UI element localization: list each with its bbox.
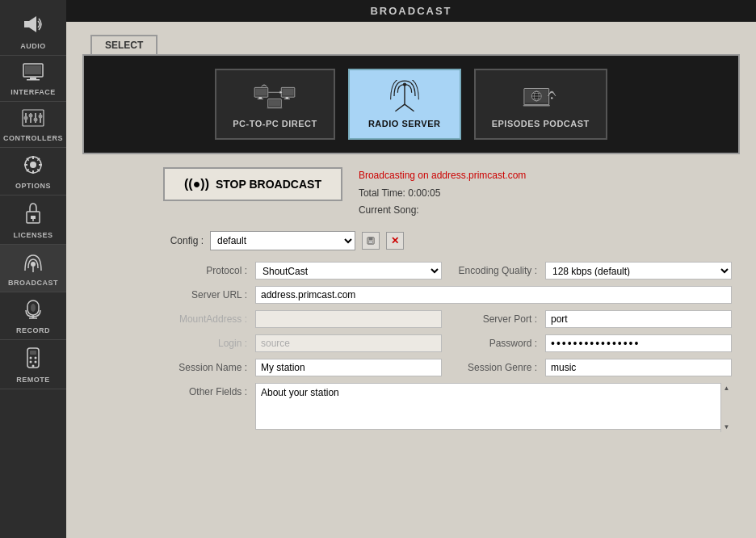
select-tab: SELECT <box>90 35 158 54</box>
pc-direct-icon <box>254 80 296 112</box>
radio-server-icon <box>384 80 426 112</box>
svg-rect-68 <box>369 237 373 240</box>
sidebar-item-label-audio: AUDIO <box>20 42 46 50</box>
sidebar-item-licenses[interactable]: LICENSES <box>0 195 66 245</box>
other-fields-row: Other Fields : About your station ▲ ▼ <box>131 383 732 432</box>
broadcast-option-episodes-podcast[interactable]: EPISODES PODCAST <box>474 69 607 140</box>
sidebar-item-label-remote: REMOTE <box>16 376 50 384</box>
svg-point-38 <box>30 361 32 364</box>
session-name-input[interactable] <box>255 359 442 376</box>
svg-point-40 <box>32 365 35 368</box>
sidebar: AUDIO INTERFACE <box>0 0 66 538</box>
status-time: Total Time: 0:00:05 <box>359 185 526 203</box>
broadcast-option-pc-direct[interactable]: PC-TO-PC DIRECT <box>215 69 334 140</box>
svg-point-36 <box>30 357 32 359</box>
config-save-button[interactable] <box>362 232 380 250</box>
mount-input <box>255 310 442 328</box>
svg-point-33 <box>31 304 36 312</box>
password-label: Password : <box>445 338 542 349</box>
save-icon <box>367 236 375 246</box>
broadcast-controls: ((●)) STOP BROADCAST Broadcasting on add… <box>163 167 740 220</box>
svg-point-57 <box>403 82 406 86</box>
svg-point-66 <box>551 97 552 99</box>
radio-server-label: RADIO SERVER <box>368 119 441 128</box>
protocol-select[interactable]: ShoutCast IceCast <box>255 262 442 280</box>
session-genre-label: Session Genre : <box>445 362 542 373</box>
svg-rect-35 <box>30 351 36 355</box>
sidebar-item-label-controllers: CONTROLLERS <box>3 134 63 142</box>
episodes-podcast-label: EPISODES PODCAST <box>492 119 590 128</box>
sidebar-item-label-broadcast: BROADCAST <box>8 279 58 287</box>
episodes-podcast-icon <box>519 80 561 112</box>
pc-direct-label: PC-TO-PC DIRECT <box>233 119 317 128</box>
other-fields-textarea[interactable]: About your station <box>255 383 732 430</box>
controllers-icon <box>22 108 44 131</box>
password-input[interactable] <box>545 334 732 352</box>
login-input <box>255 334 442 352</box>
encoding-select[interactable]: 128 kbps (default) 64 kbps 192 kbps 320 … <box>545 262 732 280</box>
scroll-down-arrow[interactable]: ▼ <box>724 423 730 431</box>
server-port-input[interactable] <box>545 310 732 328</box>
remote-icon <box>26 347 40 372</box>
sidebar-item-label-licenses: LICENSES <box>13 231 52 239</box>
svg-point-37 <box>35 357 37 359</box>
sidebar-item-options[interactable]: OPTIONS <box>0 148 66 195</box>
sidebar-item-label-options: OPTIONS <box>15 182 51 190</box>
options-icon <box>23 154 44 179</box>
svg-rect-52 <box>269 100 280 107</box>
svg-rect-42 <box>256 89 267 96</box>
svg-point-10 <box>29 114 33 118</box>
svg-rect-3 <box>25 65 41 74</box>
stop-broadcast-button[interactable]: ((●)) STOP BROADCAST <box>163 167 342 201</box>
encoding-field-wrapper: 128 kbps (default) 64 kbps 192 kbps 320 … <box>545 262 732 280</box>
login-label: Login : <box>131 338 252 349</box>
main-area: BROADCAST SELECT <box>66 0 756 538</box>
content-area: SELECT <box>66 22 756 538</box>
sidebar-item-interface[interactable]: INTERFACE <box>0 56 66 102</box>
svg-rect-44 <box>258 99 263 99</box>
config-delete-button[interactable]: ✕ <box>386 232 404 250</box>
svg-point-16 <box>30 162 36 168</box>
protocol-field-wrapper: ShoutCast IceCast <box>255 262 442 280</box>
stop-broadcast-label: STOP BROADCAST <box>216 178 321 191</box>
svg-rect-48 <box>284 99 290 99</box>
form-grid: Protocol : ShoutCast IceCast Encoding Qu… <box>131 262 732 376</box>
title-bar: BROADCAST <box>66 0 756 22</box>
select-tab-label: SELECT <box>82 35 740 54</box>
stop-broadcast-wave-icon: ((●)) <box>184 177 209 191</box>
sidebar-item-remote[interactable]: REMOTE <box>0 340 66 389</box>
svg-rect-0 <box>24 21 29 27</box>
textarea-scrollbar[interactable]: ▲ ▼ <box>720 383 732 432</box>
session-name-label: Session Name : <box>131 362 252 373</box>
svg-rect-26 <box>31 216 36 219</box>
svg-rect-53 <box>267 107 283 108</box>
svg-rect-65 <box>523 105 550 107</box>
svg-rect-47 <box>286 97 289 99</box>
svg-rect-43 <box>259 97 262 99</box>
server-url-label: Server URL : <box>131 289 252 301</box>
sidebar-item-record[interactable]: RECORD <box>0 292 66 340</box>
sidebar-item-audio[interactable]: AUDIO <box>0 6 66 56</box>
config-label: Config : <box>163 235 204 246</box>
broadcast-status: Broadcasting on address.primcast.com Tot… <box>359 167 526 220</box>
sidebar-item-broadcast[interactable]: BROADCAST <box>0 245 66 292</box>
status-song: Current Song: <box>359 202 526 220</box>
svg-point-8 <box>24 116 28 120</box>
session-genre-input[interactable] <box>545 359 732 376</box>
select-section: SELECT <box>82 35 740 154</box>
licenses-icon <box>24 202 42 228</box>
record-icon <box>23 299 43 323</box>
scroll-up-arrow[interactable]: ▲ <box>724 385 730 392</box>
svg-rect-4 <box>30 78 36 79</box>
svg-point-14 <box>39 115 43 119</box>
config-select[interactable]: default <box>210 231 355 250</box>
svg-line-54 <box>395 104 405 111</box>
config-row: Config : default ✕ <box>163 231 740 250</box>
protocol-label: Protocol : <box>131 265 252 276</box>
broadcast-option-radio-server[interactable]: RADIO SERVER <box>348 69 461 140</box>
sidebar-item-label-interface: INTERFACE <box>10 88 56 96</box>
svg-point-12 <box>34 118 38 122</box>
status-address: Broadcasting on address.primcast.com <box>359 167 526 185</box>
server-url-input[interactable] <box>255 286 732 304</box>
sidebar-item-controllers[interactable]: CONTROLLERS <box>0 102 66 148</box>
